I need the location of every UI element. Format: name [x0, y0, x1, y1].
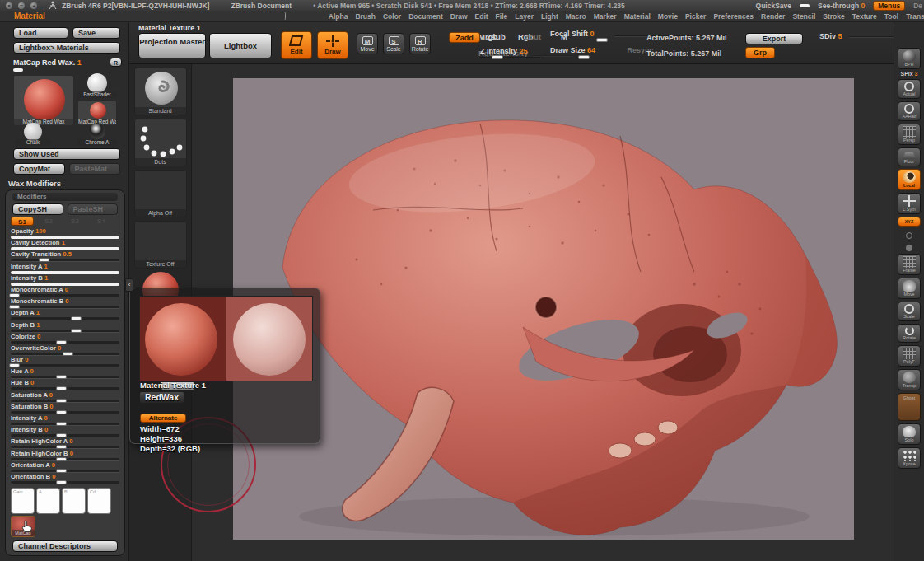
wax-slider-cavity-transition[interactable]: Cavity Transition 0.5 — [11, 251, 119, 263]
menu-layer[interactable]: Layer — [515, 12, 534, 21]
wax-slider-orientation-b[interactable]: Orientation B 0 — [11, 474, 119, 485]
move-button[interactable]: Move — [898, 278, 921, 299]
solo-button[interactable]: Solo — [898, 423, 921, 445]
draw-button[interactable]: Draw — [317, 31, 348, 59]
menu-light[interactable]: Light — [541, 12, 558, 21]
edit-button[interactable]: Edit — [281, 31, 312, 59]
wax-slider-colorize[interactable]: Colorize 0 — [11, 334, 119, 345]
menu-file[interactable]: File — [496, 12, 508, 21]
modifiers-title[interactable]: Modifiers — [12, 193, 118, 201]
menu-edit[interactable]: Edit — [475, 12, 488, 21]
menu-marker[interactable]: Marker — [594, 12, 617, 21]
floor-button[interactable]: Floor — [898, 147, 921, 166]
draw-size-slider[interactable]: Draw Size 64 Resync — [550, 46, 654, 54]
menu-movie[interactable]: Movie — [658, 12, 678, 21]
alpha-thumbnail[interactable]: Alpha Off — [134, 170, 187, 217]
polyf-button[interactable]: PolyF — [898, 345, 921, 367]
wax-modifiers-header[interactable]: Wax Modifiers — [8, 179, 128, 188]
xyz-button[interactable]: XYZ — [898, 217, 921, 227]
move-button[interactable]: MMove — [357, 33, 378, 54]
zsub-button[interactable]: Zsub — [487, 32, 506, 41]
show-used-button[interactable]: Show Used — [13, 148, 120, 160]
transp-button[interactable]: Transp — [898, 369, 921, 390]
wax-slider-orientation-a[interactable]: Orientation A 0 — [11, 462, 119, 474]
menus-button[interactable]: Menus — [873, 1, 905, 11]
local-button[interactable]: Local — [898, 169, 921, 190]
copymat-button[interactable]: CopyMat — [13, 163, 65, 175]
help-icon[interactable] — [898, 241, 921, 251]
menu-draw[interactable]: Draw — [450, 12, 468, 21]
menu-render[interactable]: Render — [761, 12, 785, 21]
wax-slider-intensity-b[interactable]: Intensity B 1 — [11, 275, 119, 287]
wax-slider-depth-b[interactable]: Depth B 1 — [11, 322, 119, 334]
draw-size-handle[interactable] — [578, 55, 590, 59]
material-palette-title[interactable]: Material — [14, 12, 45, 21]
menu-macro[interactable]: Macro — [566, 12, 586, 21]
material-thumb-chalk[interactable]: Chalk — [15, 128, 51, 146]
grp-button[interactable]: Grp — [745, 47, 775, 58]
document-canvas[interactable] — [233, 78, 854, 540]
zcut-button[interactable]: Zcut — [525, 32, 541, 41]
wax-slider-monochromatic-a[interactable]: Monochromatic A 0 — [11, 287, 119, 298]
projection-master-button[interactable]: Projection Master — [138, 33, 206, 58]
menu-material[interactable]: Material — [624, 12, 651, 21]
spix-slider[interactable]: SPix 3 — [894, 71, 924, 77]
menu-texture[interactable]: Texture — [852, 12, 877, 21]
minimize-icon[interactable]: − — [18, 2, 25, 9]
see-through-slider-handle[interactable] — [800, 4, 810, 7]
z-intensity-handle[interactable] — [492, 55, 503, 59]
menu-stroke[interactable]: Stroke — [823, 12, 844, 21]
scale-button[interactable]: Scale — [898, 302, 921, 321]
menu-preferences[interactable]: Preferences — [713, 12, 754, 21]
skull-model[interactable] — [233, 78, 854, 540]
shader-tab-s1[interactable]: S1 — [11, 217, 34, 226]
matcap-texture-thumb[interactable]: MatCap — [11, 516, 35, 537]
ghost-button[interactable]: Ghost — [898, 393, 921, 421]
wax-slider-saturation-b[interactable]: Saturation B 0 — [11, 404, 119, 415]
l-sym-button[interactable]: L.Sym — [898, 193, 921, 214]
wax-slider-cavity-detection[interactable]: Cavity Detection 1 — [11, 240, 119, 251]
menu-document[interactable]: Document — [408, 12, 443, 21]
wax-slider-intensity-a[interactable]: Intensity A 1 — [11, 264, 119, 275]
wax-slider-intensity-a[interactable]: Intensity A 0 — [11, 415, 119, 427]
menu-transform[interactable]: Transform — [906, 12, 924, 21]
sdiv-slider[interactable]: SDiv 5 — [819, 32, 842, 40]
wax-slider-monochromatic-b[interactable]: Monochromatic B 0 — [11, 298, 119, 310]
pastemat-button[interactable]: PasteMat — [69, 163, 121, 175]
maximize-icon[interactable]: + — [30, 2, 37, 9]
menu-color[interactable]: Color — [383, 12, 401, 21]
channel-swatch-a[interactable]: A — [36, 488, 60, 514]
zadd-button[interactable]: Zadd — [449, 32, 480, 43]
wax-slider-hue-a[interactable]: Hue A 0 — [11, 368, 119, 380]
matcap-texture-preview[interactable] — [139, 296, 313, 381]
wax-slider-retain-highcolor-b[interactable]: Retain HighColor B 0 — [11, 451, 119, 462]
brush-thumbnail[interactable]: Standard — [134, 68, 187, 115]
z-intensity-slider[interactable]: Z Intensity 25 — [480, 47, 528, 55]
close-icon[interactable]: × — [6, 2, 12, 9]
frame-button[interactable]: Frame — [898, 254, 921, 275]
material-strip-handle[interactable] — [13, 68, 23, 72]
shader-tab-s3[interactable]: S3 — [63, 217, 86, 226]
menu-picker[interactable]: Picker — [685, 12, 707, 21]
pastesh-button[interactable]: PasteSH — [68, 203, 119, 215]
load-button[interactable]: Load — [13, 27, 68, 39]
menu-alpha[interactable]: Alpha — [329, 12, 348, 21]
wax-slider-overwritecolor[interactable]: OverwriteColor 0 — [11, 345, 119, 357]
export-button[interactable]: Export — [745, 33, 803, 44]
lightbox-button[interactable]: Lightbox — [209, 33, 272, 58]
stroke-thumbnail[interactable]: Dots — [134, 119, 187, 166]
wax-slider-hue-b[interactable]: Hue B 0 — [11, 380, 119, 391]
shader-tab-s4[interactable]: S4 — [90, 217, 113, 226]
aahalf-button[interactable]: AAHalf — [898, 101, 921, 121]
material-thumb-chrome[interactable]: Chrome A — [77, 128, 117, 146]
wax-slider-blur[interactable]: Blur 0 — [11, 357, 119, 368]
scale-button[interactable]: SScale — [383, 33, 404, 54]
quicksave-button[interactable]: QuickSave — [756, 2, 791, 10]
wax-slider-depth-a[interactable]: Depth A 1 — [11, 310, 119, 321]
menu-stencil[interactable]: Stencil — [792, 12, 815, 21]
material-thumb-selected[interactable]: MatCap Red Wax — [13, 75, 74, 126]
save-button[interactable]: Save — [72, 27, 120, 39]
r-button[interactable]: R — [110, 58, 122, 67]
rotate-button[interactable]: Rotate — [898, 324, 921, 343]
menu-brush[interactable]: Brush — [355, 12, 376, 21]
